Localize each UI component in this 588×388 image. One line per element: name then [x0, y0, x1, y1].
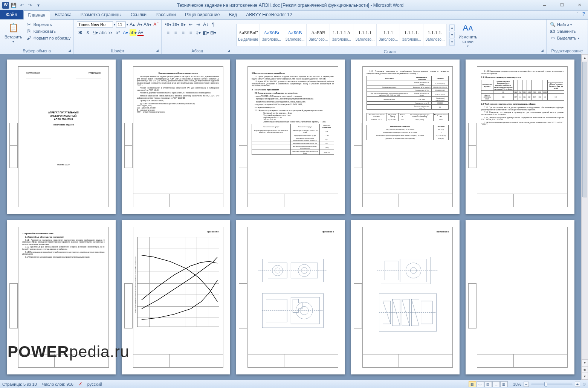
- font-size-input[interactable]: [116, 21, 126, 27]
- cut-button[interactable]: ✂Вырезать: [26, 21, 71, 28]
- highlight-button[interactable]: ab▾: [130, 29, 136, 36]
- superscript-button[interactable]: x²: [115, 29, 121, 36]
- clipboard-dialog-launcher[interactable]: ◢: [68, 49, 73, 53]
- p3-l4: – гидромуфта фирмы «Voith Turbo» модели …: [252, 104, 334, 106]
- italic-button[interactable]: К: [84, 29, 91, 36]
- styles-up[interactable]: ▴: [449, 24, 455, 31]
- borders-button[interactable]: ⊞▾: [210, 29, 217, 36]
- select-button[interactable]: ▭Выделить▾: [550, 35, 579, 41]
- p6-t3: 3.1.3 При нарушении гарантийный пломб пр…: [22, 251, 105, 255]
- qat-customize[interactable]: ▾: [35, 2, 42, 9]
- font-name-input[interactable]: [77, 21, 113, 27]
- style-item[interactable]: АаБбВЗаголово...: [283, 24, 307, 46]
- help-button[interactable]: ?: [582, 11, 585, 17]
- bold-button[interactable]: Ж: [77, 29, 84, 36]
- zoom-level[interactable]: 38%: [513, 382, 521, 386]
- format-painter-button[interactable]: 🖌Формат по образцу: [26, 35, 71, 41]
- shrink-font-button[interactable]: A▾: [136, 21, 143, 28]
- style-item[interactable]: АаБбВвГВыделение: [237, 24, 260, 46]
- style-item[interactable]: 1.1.1.1 AЗаголово...: [330, 24, 353, 46]
- next-page-button[interactable]: ▼: [582, 373, 588, 380]
- styles-gallery[interactable]: АаБбВвГВыделениеАаБбВıЗаголово...АаБбВЗа…: [236, 24, 447, 46]
- styles-down[interactable]: ▾: [449, 32, 455, 38]
- increase-indent-button[interactable]: ⇥: [195, 21, 202, 28]
- zoom-out-button[interactable]: −: [524, 382, 529, 387]
- tab-abbyy[interactable]: ABBYY FineReader 12: [241, 10, 297, 19]
- tab-review[interactable]: Рецензирование: [180, 10, 225, 19]
- styles-dialog-launcher[interactable]: ◢: [541, 49, 545, 53]
- line-spacing-button[interactable]: ‡▾: [195, 29, 202, 36]
- styles-more[interactable]: ▾: [449, 39, 455, 46]
- decrease-indent-button[interactable]: ⇤: [187, 21, 194, 28]
- view-full-reading[interactable]: ▭: [477, 381, 484, 387]
- tab-view[interactable]: Вид: [224, 10, 241, 19]
- status-language[interactable]: русский: [87, 382, 102, 386]
- subscript-button[interactable]: x₂: [107, 29, 114, 36]
- font-size-dd[interactable]: ▾: [127, 23, 128, 26]
- select-label: Выделить: [557, 36, 576, 40]
- copy-button[interactable]: ⎘Копировать: [26, 28, 71, 35]
- qat-redo[interactable]: ↷: [26, 2, 34, 9]
- replace-button[interactable]: abЗаменить: [550, 28, 579, 35]
- view-draft[interactable]: ▥: [500, 381, 508, 387]
- sort-button[interactable]: A↓: [202, 21, 209, 28]
- style-item[interactable]: АаБбВЗаголово...: [307, 24, 330, 46]
- zoom-knob[interactable]: [544, 382, 547, 386]
- numbering-button[interactable]: 1≡▾: [172, 21, 179, 28]
- scroll-up-button[interactable]: ▲: [582, 54, 588, 61]
- clear-formatting-button[interactable]: Aֿ: [151, 21, 158, 28]
- scroll-thumb[interactable]: [582, 62, 587, 197]
- qat-undo[interactable]: ↶: [18, 2, 26, 9]
- document-area[interactable]: СОГЛАСОВАНОУТВЕРЖДАЮ АГРЕГАТ ПИТАТЕЛЬНЫЙ…: [0, 54, 581, 380]
- tab-mailings[interactable]: Рассылки: [151, 10, 180, 19]
- shading-button[interactable]: ◧▾: [202, 29, 209, 36]
- view-web-layout[interactable]: ▤: [484, 381, 492, 387]
- status-words[interactable]: Число слов: 916: [42, 382, 73, 386]
- font-dialog-launcher[interactable]: ◢: [156, 49, 160, 53]
- zoom-slider[interactable]: [531, 383, 573, 385]
- style-item[interactable]: 1.1.1.1.Заголово...: [423, 24, 447, 46]
- qat-save[interactable]: 💾: [10, 2, 17, 9]
- maximize-button[interactable]: ☐: [553, 0, 571, 11]
- minimize-button[interactable]: ─: [536, 0, 553, 11]
- justify-button[interactable]: ≡: [187, 29, 194, 36]
- align-left-button[interactable]: ≡: [165, 29, 171, 36]
- text-effects-button[interactable]: A▾: [122, 29, 129, 36]
- multilevel-button[interactable]: ≡▾: [180, 21, 186, 28]
- find-button[interactable]: 🔍Найти▾: [550, 21, 579, 28]
- strike-button[interactable]: abc: [99, 29, 106, 36]
- tab-home[interactable]: Главная: [23, 11, 50, 20]
- status-page[interactable]: Страница: 5 из 10: [2, 382, 37, 386]
- minimize-ribbon-button[interactable]: ˇ: [577, 11, 579, 17]
- zoom-in-button[interactable]: +: [575, 382, 580, 387]
- close-button[interactable]: ✕: [571, 0, 588, 11]
- tab-insert[interactable]: Вставка: [50, 10, 76, 19]
- bullets-button[interactable]: •≡▾: [165, 21, 171, 28]
- view-print-layout[interactable]: ▦: [469, 381, 476, 387]
- underline-button[interactable]: Ч▾: [92, 29, 99, 36]
- change-case-button[interactable]: Aa▾: [144, 21, 151, 28]
- paragraph-dialog-launcher[interactable]: ◢: [228, 49, 232, 53]
- status-proofing-icon[interactable]: ✗: [79, 382, 82, 386]
- style-item[interactable]: 1.1.1.1Заголово...: [353, 24, 377, 46]
- grow-font-button[interactable]: A▴: [129, 21, 136, 28]
- font-name-dd[interactable]: ▾: [114, 23, 115, 26]
- prev-page-button[interactable]: ◉: [582, 366, 588, 373]
- vertical-scrollbar[interactable]: ▲ ▼ ◉ ▼: [581, 54, 588, 380]
- view-outline[interactable]: ☰: [492, 381, 500, 387]
- style-item[interactable]: 1.1.1.1.Заголово...: [400, 24, 423, 46]
- file-tab[interactable]: Файл: [0, 10, 23, 19]
- scroll-down-button[interactable]: ▼: [582, 359, 588, 366]
- paste-button[interactable]: 📋 Вставить ▾: [3, 21, 24, 44]
- scroll-track[interactable]: [582, 61, 588, 359]
- tab-page-layout[interactable]: Разметка страницы: [76, 10, 126, 19]
- style-item[interactable]: 1.1.1Заголово...: [377, 24, 400, 46]
- change-styles-button[interactable]: Aᴀ Изменить стили ▾: [457, 21, 479, 49]
- zoom-fit-button[interactable]: ⊕: [582, 382, 586, 386]
- font-color-button[interactable]: A▾: [137, 29, 144, 36]
- style-item[interactable]: АаБбВıЗаголово...: [260, 24, 283, 46]
- tab-references[interactable]: Ссылки: [126, 10, 151, 19]
- show-marks-button[interactable]: ¶: [210, 21, 217, 28]
- align-right-button[interactable]: ≡: [180, 29, 186, 36]
- align-center-button[interactable]: ≡: [172, 29, 179, 36]
